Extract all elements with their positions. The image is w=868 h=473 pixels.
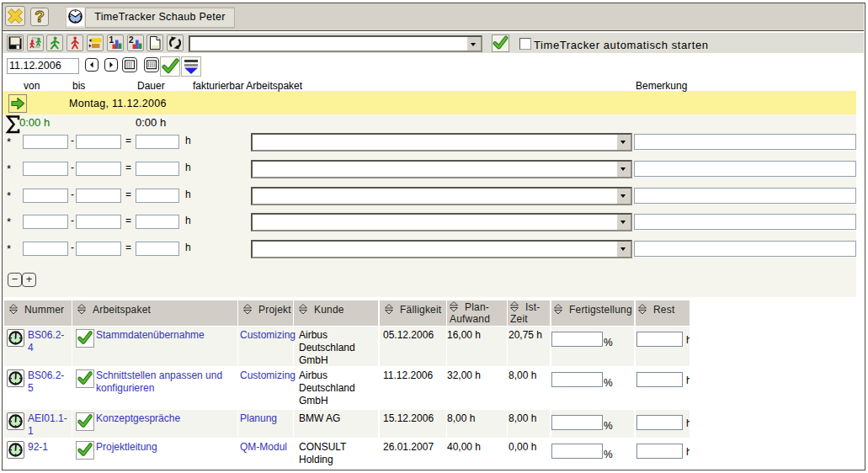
svg-text:?: ? xyxy=(35,8,45,25)
svg-text:2: 2 xyxy=(129,35,134,45)
svg-text:1: 1 xyxy=(109,35,114,45)
